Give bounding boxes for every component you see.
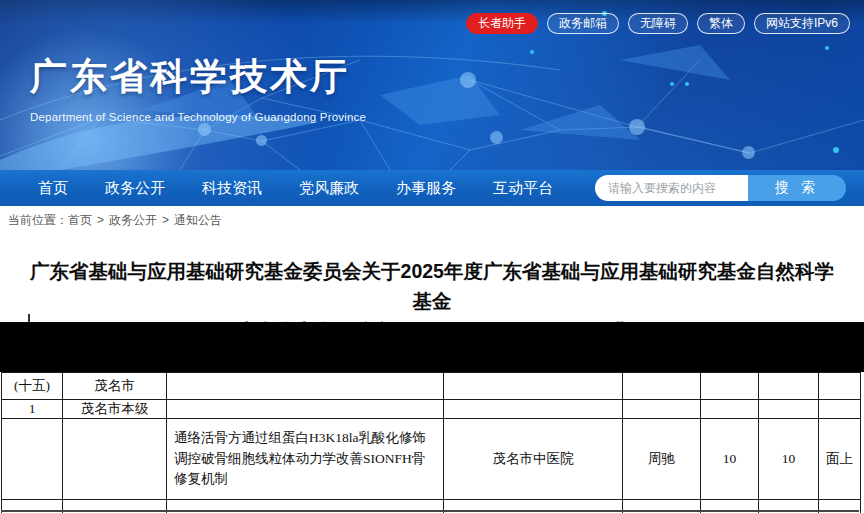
decor-node bbox=[490, 131, 503, 144]
table-border-fragment bbox=[28, 314, 30, 322]
topbar: 长者助手 政务邮箱 无障碍 繁体 网站支持IPv6 bbox=[466, 13, 850, 34]
search-bar: 搜 索 bbox=[595, 175, 846, 201]
nav-item-gov-disclosure[interactable]: 政务公开 bbox=[105, 179, 165, 198]
cell-amount2 bbox=[759, 373, 819, 400]
cell-person bbox=[623, 400, 701, 419]
site-title: 广东省科学技术厅 bbox=[30, 52, 366, 102]
breadcrumb-label: 当前位置： bbox=[8, 213, 68, 227]
decor-dot bbox=[530, 50, 534, 54]
breadcrumb-separator: > bbox=[162, 213, 169, 227]
cell-institution bbox=[444, 400, 623, 419]
traditional-chinese-button[interactable]: 繁体 bbox=[697, 13, 745, 34]
decor-node bbox=[198, 123, 211, 136]
table-cutoff-line bbox=[1, 510, 859, 512]
cell-city: 茂名市本级 bbox=[63, 400, 167, 419]
decor-node bbox=[629, 119, 645, 135]
cell-index bbox=[2, 419, 63, 500]
cell-amount2 bbox=[759, 400, 819, 419]
nav-items: 首页 政务公开 科技资讯 党风廉政 办事服务 互动平台 bbox=[0, 179, 553, 198]
cell-amount1: 10 bbox=[701, 419, 759, 500]
nav-item-party-conduct[interactable]: 党风廉政 bbox=[299, 179, 359, 198]
cell-institution bbox=[444, 373, 623, 400]
cell-person: 周驰 bbox=[623, 419, 701, 500]
breadcrumb-home[interactable]: 首页 bbox=[68, 213, 92, 227]
cell-index: 1 bbox=[2, 400, 63, 419]
cell-category: 面上 bbox=[819, 419, 861, 500]
table-row: (十五) 茂名市 bbox=[2, 373, 861, 400]
main-nav: 首页 政务公开 科技资讯 党风廉政 办事服务 互动平台 搜 索 bbox=[0, 170, 864, 206]
gov-mailbox-button[interactable]: 政务邮箱 bbox=[547, 13, 619, 34]
nav-item-services[interactable]: 办事服务 bbox=[396, 179, 456, 198]
cell-category bbox=[819, 373, 861, 400]
article-title-line1: 广东省基础与应用基础研究基金委员会关于2025年度广东省基础与应用基础研究基金自… bbox=[28, 256, 836, 316]
nav-item-interaction[interactable]: 互动平台 bbox=[493, 179, 553, 198]
decor-node bbox=[256, 135, 267, 146]
cell-city bbox=[63, 419, 167, 500]
cell-city: 茂名市 bbox=[63, 373, 167, 400]
site-subtitle: Department of Science and Technology of … bbox=[30, 111, 366, 123]
cell-institution: 茂名市中医院 bbox=[444, 419, 623, 500]
cell-amount1 bbox=[701, 400, 759, 419]
decor-dot bbox=[685, 82, 689, 86]
decor-node bbox=[460, 72, 476, 88]
decor-node bbox=[742, 146, 755, 159]
decor-dot bbox=[825, 46, 829, 50]
cell-amount1 bbox=[701, 373, 759, 400]
table-row: 通络活骨方通过组蛋白H3K18la乳酸化修饰调控破骨细胞线粒体动力学改善SION… bbox=[2, 419, 861, 500]
redaction-black-band bbox=[0, 322, 864, 372]
cell-project: 通络活骨方通过组蛋白H3K18la乳酸化修饰调控破骨细胞线粒体动力学改善SION… bbox=[167, 419, 444, 500]
ipv6-badge[interactable]: 网站支持IPv6 bbox=[754, 13, 850, 34]
breadcrumb-notices[interactable]: 通知公告 bbox=[174, 213, 222, 227]
cell-index: (十五) bbox=[2, 373, 63, 400]
search-input[interactable] bbox=[595, 175, 748, 201]
cell-category bbox=[819, 400, 861, 419]
cell-project bbox=[167, 373, 444, 400]
breadcrumb-separator: > bbox=[97, 213, 104, 227]
cell-project bbox=[167, 400, 444, 419]
elder-helper-button[interactable]: 长者助手 bbox=[466, 13, 538, 34]
search-button[interactable]: 搜 索 bbox=[748, 175, 846, 201]
breadcrumb: 当前位置：首页>政务公开>通知公告 bbox=[8, 212, 222, 229]
breadcrumb-gov-disclosure[interactable]: 政务公开 bbox=[109, 213, 157, 227]
site-logo[interactable]: 广东省科学技术厅 Department of Science and Techn… bbox=[30, 52, 366, 123]
nav-item-home[interactable]: 首页 bbox=[38, 179, 68, 198]
cell-person bbox=[623, 373, 701, 400]
cell-amount2: 10 bbox=[759, 419, 819, 500]
project-table: (十五) 茂名市 1 茂名市本级 bbox=[1, 372, 861, 513]
site-banner: 长者助手 政务邮箱 无障碍 繁体 网站支持IPv6 广东省科学技术厅 Depar… bbox=[0, 0, 864, 170]
page: 长者助手 政务邮箱 无障碍 繁体 网站支持IPv6 广东省科学技术厅 Depar… bbox=[0, 0, 864, 513]
accessibility-button[interactable]: 无障碍 bbox=[628, 13, 688, 34]
nav-item-tech-news[interactable]: 科技资讯 bbox=[202, 179, 262, 198]
table-row: 1 茂名市本级 bbox=[2, 400, 861, 419]
decor-dot bbox=[833, 147, 839, 153]
decor-dot bbox=[670, 82, 674, 86]
